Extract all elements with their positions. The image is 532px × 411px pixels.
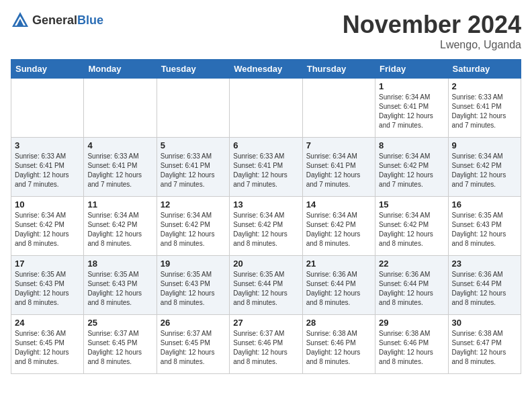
calendar-cell: 9Sunrise: 6:34 AMSunset: 6:42 PMDaylight…	[448, 138, 521, 197]
day-number: 27	[233, 318, 298, 328]
day-number: 20	[233, 259, 298, 269]
day-number: 6	[233, 140, 298, 150]
calendar-cell: 10Sunrise: 6:34 AMSunset: 6:42 PMDayligh…	[11, 197, 84, 256]
day-info: Sunrise: 6:35 AMSunset: 6:43 PMDaylight:…	[452, 211, 517, 248]
day-info: Sunrise: 6:33 AMSunset: 6:41 PMDaylight:…	[233, 152, 298, 189]
day-info: Sunrise: 6:37 AMSunset: 6:45 PMDaylight:…	[87, 329, 152, 367]
calendar-cell: 12Sunrise: 6:34 AMSunset: 6:42 PMDayligh…	[157, 197, 229, 256]
day-info: Sunrise: 6:37 AMSunset: 6:46 PMDaylight:…	[233, 329, 298, 367]
location-subtitle: Lwengo, Uganda	[343, 39, 521, 51]
calendar-cell: 4Sunrise: 6:33 AMSunset: 6:41 PMDaylight…	[84, 138, 157, 197]
day-number: 13	[233, 199, 298, 210]
weekday-header-tuesday: Tuesday	[157, 60, 229, 79]
day-info: Sunrise: 6:34 AMSunset: 6:42 PMDaylight:…	[87, 211, 152, 248]
weekday-header-saturday: Saturday	[448, 60, 521, 79]
day-number: 23	[452, 259, 517, 269]
calendar-cell: 25Sunrise: 6:37 AMSunset: 6:45 PMDayligh…	[84, 315, 157, 374]
calendar-cell	[157, 79, 229, 138]
day-number: 24	[15, 318, 80, 328]
weekday-header-wednesday: Wednesday	[230, 60, 302, 79]
weekday-header-sunday: Sunday	[11, 60, 84, 79]
day-number: 15	[379, 199, 444, 210]
day-info: Sunrise: 6:37 AMSunset: 6:45 PMDaylight:…	[161, 329, 226, 367]
calendar-cell: 14Sunrise: 6:34 AMSunset: 6:42 PMDayligh…	[302, 197, 375, 256]
logo-text-blue: Blue	[77, 13, 103, 27]
day-info: Sunrise: 6:35 AMSunset: 6:44 PMDaylight:…	[233, 270, 298, 308]
day-info: Sunrise: 6:34 AMSunset: 6:42 PMDaylight:…	[306, 211, 371, 248]
calendar-week-1: 1Sunrise: 6:34 AMSunset: 6:41 PMDaylight…	[11, 79, 521, 138]
calendar-week-2: 3Sunrise: 6:33 AMSunset: 6:41 PMDaylight…	[11, 138, 521, 197]
calendar-cell: 29Sunrise: 6:38 AMSunset: 6:46 PMDayligh…	[375, 315, 448, 374]
calendar-cell: 19Sunrise: 6:35 AMSunset: 6:43 PMDayligh…	[157, 256, 229, 315]
calendar-week-4: 17Sunrise: 6:35 AMSunset: 6:43 PMDayligh…	[11, 256, 521, 315]
day-number: 3	[15, 140, 80, 150]
day-info: Sunrise: 6:33 AMSunset: 6:41 PMDaylight:…	[452, 93, 517, 130]
calendar-cell: 23Sunrise: 6:36 AMSunset: 6:44 PMDayligh…	[448, 256, 521, 315]
day-info: Sunrise: 6:33 AMSunset: 6:41 PMDaylight:…	[87, 152, 152, 189]
day-number: 12	[161, 199, 226, 210]
day-number: 5	[161, 140, 226, 150]
day-info: Sunrise: 6:36 AMSunset: 6:45 PMDaylight:…	[15, 329, 80, 367]
day-info: Sunrise: 6:38 AMSunset: 6:46 PMDaylight:…	[379, 329, 444, 367]
calendar-cell: 24Sunrise: 6:36 AMSunset: 6:45 PMDayligh…	[11, 315, 84, 374]
calendar-cell	[302, 79, 375, 138]
day-info: Sunrise: 6:33 AMSunset: 6:41 PMDaylight:…	[161, 152, 226, 189]
calendar-cell: 18Sunrise: 6:35 AMSunset: 6:43 PMDayligh…	[84, 256, 157, 315]
calendar-cell: 22Sunrise: 6:36 AMSunset: 6:44 PMDayligh…	[375, 256, 448, 315]
calendar-cell	[84, 79, 157, 138]
day-number: 19	[161, 259, 226, 269]
logo-text-general: General	[32, 13, 77, 27]
day-info: Sunrise: 6:36 AMSunset: 6:44 PMDaylight:…	[379, 270, 444, 308]
day-number: 29	[379, 318, 444, 328]
logo-icon	[11, 11, 30, 30]
day-number: 25	[87, 318, 152, 328]
day-info: Sunrise: 6:38 AMSunset: 6:46 PMDaylight:…	[306, 329, 371, 367]
day-number: 21	[306, 259, 371, 269]
day-number: 8	[379, 140, 444, 150]
month-title: November 2024	[343, 11, 521, 39]
day-number: 18	[87, 259, 152, 269]
day-number: 26	[161, 318, 226, 328]
logo: GeneralBlue	[11, 11, 103, 30]
day-number: 30	[452, 318, 517, 328]
calendar-cell: 7Sunrise: 6:34 AMSunset: 6:41 PMDaylight…	[302, 138, 375, 197]
weekday-header-row: SundayMondayTuesdayWednesdayThursdayFrid…	[11, 60, 521, 79]
day-number: 2	[452, 81, 517, 91]
calendar-cell: 11Sunrise: 6:34 AMSunset: 6:42 PMDayligh…	[84, 197, 157, 256]
calendar-week-5: 24Sunrise: 6:36 AMSunset: 6:45 PMDayligh…	[11, 315, 521, 374]
day-number: 11	[87, 199, 152, 210]
calendar-cell: 28Sunrise: 6:38 AMSunset: 6:46 PMDayligh…	[302, 315, 375, 374]
day-number: 28	[306, 318, 371, 328]
day-info: Sunrise: 6:38 AMSunset: 6:47 PMDaylight:…	[452, 329, 517, 367]
calendar-cell: 30Sunrise: 6:38 AMSunset: 6:47 PMDayligh…	[448, 315, 521, 374]
day-number: 14	[306, 199, 371, 210]
day-info: Sunrise: 6:33 AMSunset: 6:41 PMDaylight:…	[15, 152, 80, 189]
day-number: 10	[15, 199, 80, 210]
day-info: Sunrise: 6:35 AMSunset: 6:43 PMDaylight:…	[87, 270, 152, 308]
calendar-header: GeneralBlue November 2024 Lwengo, Uganda	[11, 11, 521, 51]
calendar-cell: 27Sunrise: 6:37 AMSunset: 6:46 PMDayligh…	[230, 315, 302, 374]
calendar-cell: 17Sunrise: 6:35 AMSunset: 6:43 PMDayligh…	[11, 256, 84, 315]
day-info: Sunrise: 6:34 AMSunset: 6:42 PMDaylight:…	[233, 211, 298, 248]
day-info: Sunrise: 6:34 AMSunset: 6:42 PMDaylight:…	[379, 211, 444, 248]
calendar-cell: 13Sunrise: 6:34 AMSunset: 6:42 PMDayligh…	[230, 197, 302, 256]
day-info: Sunrise: 6:34 AMSunset: 6:42 PMDaylight:…	[161, 211, 226, 248]
weekday-header-friday: Friday	[375, 60, 448, 79]
calendar-cell: 16Sunrise: 6:35 AMSunset: 6:43 PMDayligh…	[448, 197, 521, 256]
day-number: 7	[306, 140, 371, 150]
day-info: Sunrise: 6:34 AMSunset: 6:42 PMDaylight:…	[379, 152, 444, 189]
calendar-table: SundayMondayTuesdayWednesdayThursdayFrid…	[11, 59, 521, 374]
weekday-header-thursday: Thursday	[302, 60, 375, 79]
calendar-cell: 26Sunrise: 6:37 AMSunset: 6:45 PMDayligh…	[157, 315, 229, 374]
day-number: 16	[452, 199, 517, 210]
calendar-cell: 20Sunrise: 6:35 AMSunset: 6:44 PMDayligh…	[230, 256, 302, 315]
day-info: Sunrise: 6:35 AMSunset: 6:43 PMDaylight:…	[15, 270, 80, 308]
calendar-cell: 21Sunrise: 6:36 AMSunset: 6:44 PMDayligh…	[302, 256, 375, 315]
day-number: 22	[379, 259, 444, 269]
calendar-cell: 8Sunrise: 6:34 AMSunset: 6:42 PMDaylight…	[375, 138, 448, 197]
day-number: 17	[15, 259, 80, 269]
day-number: 4	[87, 140, 152, 150]
calendar-cell	[230, 79, 302, 138]
title-area: November 2024 Lwengo, Uganda	[343, 11, 521, 51]
calendar-cell: 15Sunrise: 6:34 AMSunset: 6:42 PMDayligh…	[375, 197, 448, 256]
